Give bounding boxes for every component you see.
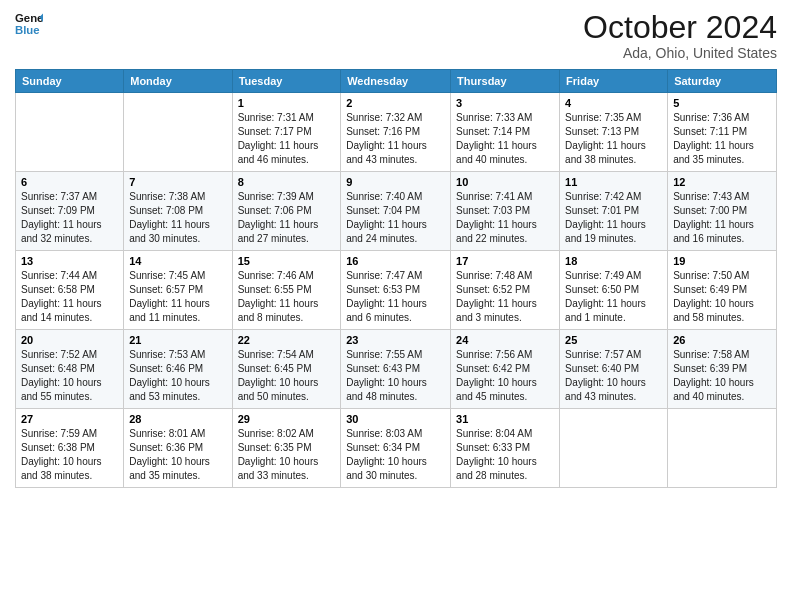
calendar-cell: 9Sunrise: 7:40 AM Sunset: 7:04 PM Daylig… bbox=[341, 172, 451, 251]
calendar-cell: 25Sunrise: 7:57 AM Sunset: 6:40 PM Dayli… bbox=[560, 330, 668, 409]
calendar-cell bbox=[560, 409, 668, 488]
calendar-cell bbox=[668, 409, 777, 488]
day-info: Sunrise: 7:33 AM Sunset: 7:14 PM Dayligh… bbox=[456, 111, 554, 167]
calendar-cell: 17Sunrise: 7:48 AM Sunset: 6:52 PM Dayli… bbox=[451, 251, 560, 330]
calendar-cell: 24Sunrise: 7:56 AM Sunset: 6:42 PM Dayli… bbox=[451, 330, 560, 409]
day-number: 13 bbox=[21, 255, 118, 267]
day-number: 21 bbox=[129, 334, 226, 346]
calendar-header-friday: Friday bbox=[560, 70, 668, 93]
day-info: Sunrise: 7:57 AM Sunset: 6:40 PM Dayligh… bbox=[565, 348, 662, 404]
day-number: 14 bbox=[129, 255, 226, 267]
calendar-cell: 20Sunrise: 7:52 AM Sunset: 6:48 PM Dayli… bbox=[16, 330, 124, 409]
day-info: Sunrise: 7:54 AM Sunset: 6:45 PM Dayligh… bbox=[238, 348, 336, 404]
calendar-cell: 26Sunrise: 7:58 AM Sunset: 6:39 PM Dayli… bbox=[668, 330, 777, 409]
day-info: Sunrise: 8:04 AM Sunset: 6:33 PM Dayligh… bbox=[456, 427, 554, 483]
day-number: 7 bbox=[129, 176, 226, 188]
logo-icon: General Blue bbox=[15, 10, 43, 38]
calendar-cell: 6Sunrise: 7:37 AM Sunset: 7:09 PM Daylig… bbox=[16, 172, 124, 251]
day-info: Sunrise: 7:58 AM Sunset: 6:39 PM Dayligh… bbox=[673, 348, 771, 404]
calendar-cell: 18Sunrise: 7:49 AM Sunset: 6:50 PM Dayli… bbox=[560, 251, 668, 330]
day-info: Sunrise: 7:44 AM Sunset: 6:58 PM Dayligh… bbox=[21, 269, 118, 325]
calendar-cell: 3Sunrise: 7:33 AM Sunset: 7:14 PM Daylig… bbox=[451, 93, 560, 172]
day-number: 25 bbox=[565, 334, 662, 346]
logo: General Blue bbox=[15, 10, 43, 38]
day-number: 30 bbox=[346, 413, 445, 425]
day-number: 31 bbox=[456, 413, 554, 425]
day-number: 4 bbox=[565, 97, 662, 109]
calendar-cell: 29Sunrise: 8:02 AM Sunset: 6:35 PM Dayli… bbox=[232, 409, 341, 488]
calendar-cell: 4Sunrise: 7:35 AM Sunset: 7:13 PM Daylig… bbox=[560, 93, 668, 172]
calendar-cell: 31Sunrise: 8:04 AM Sunset: 6:33 PM Dayli… bbox=[451, 409, 560, 488]
day-info: Sunrise: 7:36 AM Sunset: 7:11 PM Dayligh… bbox=[673, 111, 771, 167]
day-number: 6 bbox=[21, 176, 118, 188]
day-info: Sunrise: 7:45 AM Sunset: 6:57 PM Dayligh… bbox=[129, 269, 226, 325]
day-info: Sunrise: 7:39 AM Sunset: 7:06 PM Dayligh… bbox=[238, 190, 336, 246]
day-info: Sunrise: 7:37 AM Sunset: 7:09 PM Dayligh… bbox=[21, 190, 118, 246]
calendar-cell: 27Sunrise: 7:59 AM Sunset: 6:38 PM Dayli… bbox=[16, 409, 124, 488]
calendar-header-wednesday: Wednesday bbox=[341, 70, 451, 93]
calendar-table: SundayMondayTuesdayWednesdayThursdayFrid… bbox=[15, 69, 777, 488]
day-info: Sunrise: 8:02 AM Sunset: 6:35 PM Dayligh… bbox=[238, 427, 336, 483]
day-info: Sunrise: 7:48 AM Sunset: 6:52 PM Dayligh… bbox=[456, 269, 554, 325]
calendar-header-tuesday: Tuesday bbox=[232, 70, 341, 93]
day-info: Sunrise: 7:40 AM Sunset: 7:04 PM Dayligh… bbox=[346, 190, 445, 246]
day-number: 1 bbox=[238, 97, 336, 109]
calendar-cell: 15Sunrise: 7:46 AM Sunset: 6:55 PM Dayli… bbox=[232, 251, 341, 330]
day-info: Sunrise: 7:31 AM Sunset: 7:17 PM Dayligh… bbox=[238, 111, 336, 167]
calendar-cell bbox=[124, 93, 232, 172]
day-number: 29 bbox=[238, 413, 336, 425]
day-number: 20 bbox=[21, 334, 118, 346]
day-info: Sunrise: 7:43 AM Sunset: 7:00 PM Dayligh… bbox=[673, 190, 771, 246]
calendar-cell: 16Sunrise: 7:47 AM Sunset: 6:53 PM Dayli… bbox=[341, 251, 451, 330]
day-number: 19 bbox=[673, 255, 771, 267]
calendar-cell: 28Sunrise: 8:01 AM Sunset: 6:36 PM Dayli… bbox=[124, 409, 232, 488]
day-number: 28 bbox=[129, 413, 226, 425]
page-title: October 2024 bbox=[583, 10, 777, 45]
calendar-week-row: 27Sunrise: 7:59 AM Sunset: 6:38 PM Dayli… bbox=[16, 409, 777, 488]
day-number: 18 bbox=[565, 255, 662, 267]
day-info: Sunrise: 7:32 AM Sunset: 7:16 PM Dayligh… bbox=[346, 111, 445, 167]
day-info: Sunrise: 7:52 AM Sunset: 6:48 PM Dayligh… bbox=[21, 348, 118, 404]
calendar-cell: 30Sunrise: 8:03 AM Sunset: 6:34 PM Dayli… bbox=[341, 409, 451, 488]
calendar-cell: 7Sunrise: 7:38 AM Sunset: 7:08 PM Daylig… bbox=[124, 172, 232, 251]
calendar-cell: 23Sunrise: 7:55 AM Sunset: 6:43 PM Dayli… bbox=[341, 330, 451, 409]
day-number: 23 bbox=[346, 334, 445, 346]
day-number: 3 bbox=[456, 97, 554, 109]
calendar-cell: 11Sunrise: 7:42 AM Sunset: 7:01 PM Dayli… bbox=[560, 172, 668, 251]
calendar-cell: 2Sunrise: 7:32 AM Sunset: 7:16 PM Daylig… bbox=[341, 93, 451, 172]
svg-text:General: General bbox=[15, 12, 43, 24]
calendar-week-row: 1Sunrise: 7:31 AM Sunset: 7:17 PM Daylig… bbox=[16, 93, 777, 172]
day-info: Sunrise: 7:47 AM Sunset: 6:53 PM Dayligh… bbox=[346, 269, 445, 325]
day-info: Sunrise: 7:38 AM Sunset: 7:08 PM Dayligh… bbox=[129, 190, 226, 246]
day-number: 2 bbox=[346, 97, 445, 109]
day-number: 17 bbox=[456, 255, 554, 267]
calendar-cell: 21Sunrise: 7:53 AM Sunset: 6:46 PM Dayli… bbox=[124, 330, 232, 409]
day-info: Sunrise: 8:01 AM Sunset: 6:36 PM Dayligh… bbox=[129, 427, 226, 483]
calendar-cell: 8Sunrise: 7:39 AM Sunset: 7:06 PM Daylig… bbox=[232, 172, 341, 251]
day-number: 10 bbox=[456, 176, 554, 188]
day-number: 15 bbox=[238, 255, 336, 267]
calendar-header-monday: Monday bbox=[124, 70, 232, 93]
day-info: Sunrise: 7:49 AM Sunset: 6:50 PM Dayligh… bbox=[565, 269, 662, 325]
day-info: Sunrise: 7:35 AM Sunset: 7:13 PM Dayligh… bbox=[565, 111, 662, 167]
calendar-cell: 12Sunrise: 7:43 AM Sunset: 7:00 PM Dayli… bbox=[668, 172, 777, 251]
day-info: Sunrise: 7:59 AM Sunset: 6:38 PM Dayligh… bbox=[21, 427, 118, 483]
calendar-week-row: 6Sunrise: 7:37 AM Sunset: 7:09 PM Daylig… bbox=[16, 172, 777, 251]
day-info: Sunrise: 7:41 AM Sunset: 7:03 PM Dayligh… bbox=[456, 190, 554, 246]
day-info: Sunrise: 7:42 AM Sunset: 7:01 PM Dayligh… bbox=[565, 190, 662, 246]
calendar-cell: 5Sunrise: 7:36 AM Sunset: 7:11 PM Daylig… bbox=[668, 93, 777, 172]
day-info: Sunrise: 7:50 AM Sunset: 6:49 PM Dayligh… bbox=[673, 269, 771, 325]
day-number: 16 bbox=[346, 255, 445, 267]
day-number: 27 bbox=[21, 413, 118, 425]
calendar-header-row: SundayMondayTuesdayWednesdayThursdayFrid… bbox=[16, 70, 777, 93]
day-info: Sunrise: 7:55 AM Sunset: 6:43 PM Dayligh… bbox=[346, 348, 445, 404]
calendar-cell: 14Sunrise: 7:45 AM Sunset: 6:57 PM Dayli… bbox=[124, 251, 232, 330]
page-subtitle: Ada, Ohio, United States bbox=[583, 45, 777, 61]
calendar-header-saturday: Saturday bbox=[668, 70, 777, 93]
day-number: 11 bbox=[565, 176, 662, 188]
day-info: Sunrise: 7:53 AM Sunset: 6:46 PM Dayligh… bbox=[129, 348, 226, 404]
svg-text:Blue: Blue bbox=[15, 24, 40, 36]
header: General Blue October 2024 Ada, Ohio, Uni… bbox=[15, 10, 777, 61]
calendar-week-row: 13Sunrise: 7:44 AM Sunset: 6:58 PM Dayli… bbox=[16, 251, 777, 330]
calendar-header-sunday: Sunday bbox=[16, 70, 124, 93]
